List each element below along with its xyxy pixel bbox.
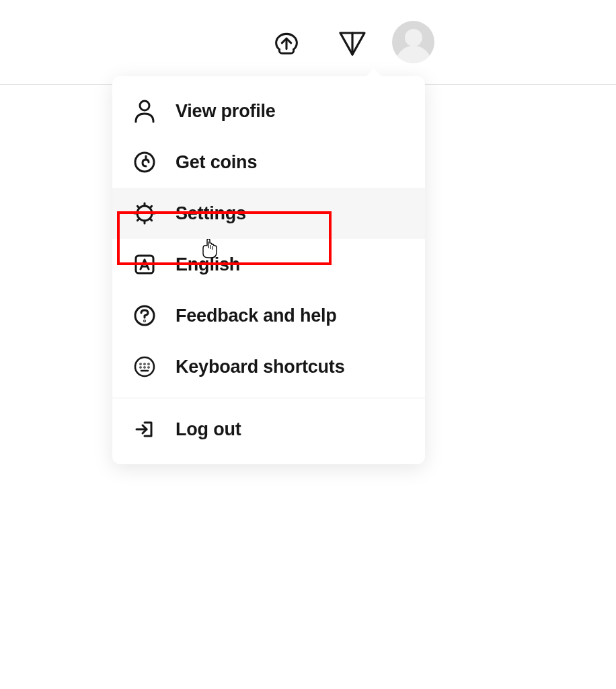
svg-line-13 <box>137 219 139 221</box>
svg-line-12 <box>150 219 152 221</box>
svg-line-14 <box>150 206 152 208</box>
question-icon <box>132 303 157 328</box>
svg-point-22 <box>149 364 149 365</box>
svg-point-4 <box>140 101 149 110</box>
gear-icon <box>132 201 157 225</box>
svg-point-18 <box>145 321 145 322</box>
menu-item-feedback[interactable]: Feedback and help <box>112 290 425 341</box>
menu-item-label: Get coins <box>176 152 257 173</box>
header <box>0 0 616 85</box>
svg-rect-15 <box>136 256 153 273</box>
menu-item-label: Keyboard shortcuts <box>176 357 344 377</box>
svg-point-5 <box>135 153 154 172</box>
menu-item-label: English <box>176 254 240 275</box>
menu-item-keyboard[interactable]: Keyboard shortcuts <box>112 341 425 392</box>
menu-item-get-coins[interactable]: Get coins <box>112 137 425 188</box>
coin-icon <box>132 150 157 174</box>
menu-item-label: Log out <box>176 419 241 440</box>
profile-dropdown: View profile Get coins <box>112 76 425 464</box>
svg-point-23 <box>141 367 141 368</box>
svg-point-20 <box>141 364 141 365</box>
svg-point-25 <box>149 367 149 368</box>
svg-point-24 <box>145 367 145 368</box>
menu-item-label: View profile <box>176 101 276 122</box>
menu-item-label: Settings <box>176 203 246 224</box>
menu-item-label: Feedback and help <box>176 305 337 326</box>
menu-item-logout[interactable]: Log out <box>112 398 425 455</box>
menu-item-language[interactable]: English <box>112 239 425 290</box>
upload-icon <box>270 28 303 57</box>
send-icon <box>336 28 369 57</box>
logout-icon <box>132 417 157 441</box>
avatar[interactable] <box>392 21 434 63</box>
language-icon <box>132 252 157 277</box>
send-button[interactable] <box>336 26 369 59</box>
menu-item-view-profile[interactable]: View profile <box>112 85 425 137</box>
svg-point-21 <box>145 364 145 365</box>
menu-item-settings[interactable]: Settings <box>112 188 425 239</box>
person-icon <box>132 99 157 123</box>
upload-button[interactable] <box>270 26 303 59</box>
menu-list: View profile Get coins <box>112 76 425 464</box>
keyboard-icon <box>132 355 157 379</box>
svg-line-11 <box>137 206 139 208</box>
avatar-head <box>405 29 422 46</box>
